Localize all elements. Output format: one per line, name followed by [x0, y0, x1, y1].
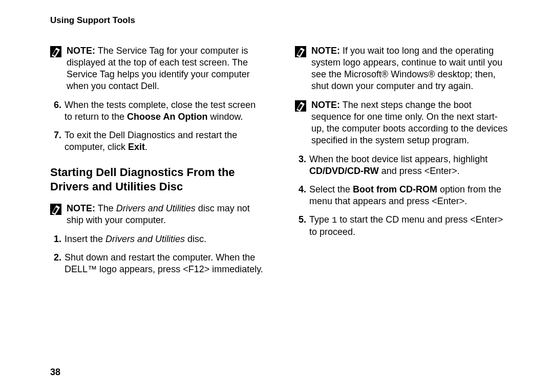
- note-text: NOTE: The Service Tag for your computer …: [67, 45, 263, 92]
- bold-text: Exit: [128, 142, 145, 152]
- step-text: Select the Boot from CD-ROM option from …: [309, 184, 508, 207]
- italic-text: Drivers and Utilities: [105, 234, 185, 244]
- step-text: Type 1 to start the CD menu and press <E…: [309, 214, 508, 238]
- list-item: 1. Insert the Drivers and Utilities disc…: [50, 233, 263, 245]
- bold-text: CD/DVD/CD-RW: [309, 166, 379, 176]
- list-item: 3. When the boot device list appears, hi…: [295, 154, 508, 177]
- list-item: 6. When the tests complete, close the te…: [50, 99, 263, 123]
- list-item: 7. To exit the Dell Diagnostics and rest…: [50, 129, 263, 153]
- step-number: 4.: [295, 184, 306, 207]
- text: When the boot device list appears, highl…: [309, 154, 487, 164]
- step-number: 1.: [50, 233, 61, 245]
- text: to start the CD menu and press <Enter> t…: [309, 214, 503, 237]
- mono-text: 1: [332, 215, 337, 225]
- note-label: NOTE:: [67, 203, 95, 213]
- note-icon: [50, 204, 62, 226]
- page-header: Using Support Tools: [50, 15, 508, 26]
- note-text: NOTE: The Drivers and Utilities disc may…: [67, 203, 263, 226]
- text: To exit the Dell Diagnostics and restart…: [65, 130, 237, 152]
- text: The next steps change the boot sequence …: [311, 100, 507, 145]
- text: Shut down and restart the computer. When…: [65, 252, 263, 274]
- list-item: 4. Select the Boot from CD-ROM option fr…: [295, 184, 508, 207]
- step-text: To exit the Dell Diagnostics and restart…: [65, 129, 263, 153]
- text: If you wait too long and the operating s…: [311, 46, 502, 91]
- note-icon: [295, 100, 307, 146]
- text: Type: [309, 214, 332, 225]
- list-item: 2. Shut down and restart the computer. W…: [50, 252, 263, 275]
- note-block: NOTE: The Service Tag for your computer …: [50, 45, 263, 92]
- step-text: Insert the Drivers and Utilities disc.: [65, 233, 263, 245]
- text: Insert the: [65, 234, 105, 244]
- text: The: [95, 203, 116, 213]
- section-heading: Starting Dell Diagnostics From the Drive…: [50, 165, 263, 193]
- left-column: NOTE: The Service Tag for your computer …: [50, 45, 263, 282]
- text: Select the: [309, 184, 353, 194]
- note-text: NOTE: The next steps change the boot seq…: [311, 99, 508, 146]
- italic-text: Drivers and Utilities: [116, 203, 196, 213]
- step-number: 3.: [295, 154, 306, 177]
- note-block: NOTE: If you wait too long and the opera…: [295, 45, 508, 92]
- step-text: Shut down and restart the computer. When…: [65, 252, 263, 275]
- step-number: 6.: [50, 99, 61, 123]
- text: disc.: [185, 234, 206, 244]
- text: window.: [207, 112, 243, 122]
- bold-text: Boot from CD-ROM: [353, 184, 437, 194]
- page: Using Support Tools NOTE: The Service Ta…: [0, 0, 553, 392]
- text: .: [145, 142, 147, 152]
- note-label: NOTE:: [311, 100, 340, 110]
- note-icon: [50, 46, 62, 92]
- note-label: NOTE:: [67, 46, 95, 56]
- content-columns: NOTE: The Service Tag for your computer …: [50, 45, 508, 282]
- note-text: NOTE: If you wait too long and the opera…: [311, 45, 508, 92]
- note-label: NOTE:: [311, 46, 340, 56]
- text: and press <Enter>.: [379, 166, 460, 176]
- step-number: 7.: [50, 129, 61, 153]
- step-number: 2.: [50, 252, 61, 275]
- list-item: 5. Type 1 to start the CD menu and press…: [295, 214, 508, 238]
- page-number: 38: [50, 367, 60, 378]
- step-text: When the tests complete, close the test …: [65, 99, 263, 123]
- step-text: When the boot device list appears, highl…: [309, 154, 508, 177]
- right-column: NOTE: If you wait too long and the opera…: [295, 45, 508, 282]
- bold-text: Choose An Option: [127, 112, 207, 122]
- note-icon: [295, 46, 307, 92]
- step-number: 5.: [295, 214, 306, 238]
- note-block: NOTE: The next steps change the boot seq…: [295, 99, 508, 146]
- note-block: NOTE: The Drivers and Utilities disc may…: [50, 203, 263, 226]
